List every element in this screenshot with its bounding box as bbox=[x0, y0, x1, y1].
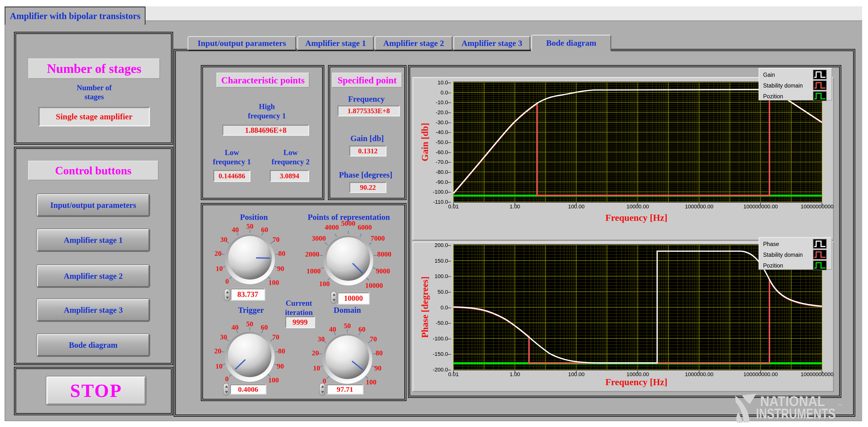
svg-text:4000: 4000 bbox=[324, 223, 339, 231]
svg-text:Frequency [Hz]: Frequency [Hz] bbox=[605, 213, 668, 223]
svg-text:100: 100 bbox=[319, 280, 330, 287]
svg-text:-70.0–: -70.0– bbox=[436, 159, 451, 165]
svg-text:100.00: 100.00 bbox=[568, 371, 585, 377]
svg-text:100: 100 bbox=[268, 376, 279, 384]
svg-text:90: 90 bbox=[277, 265, 284, 272]
svg-text:-20.0–: -20.0– bbox=[436, 109, 451, 116]
svg-text:10: 10 bbox=[215, 362, 223, 370]
svg-text:-100.0–: -100.0– bbox=[433, 189, 451, 195]
svg-text:-60.0–: -60.0– bbox=[436, 149, 451, 155]
svg-text:60: 60 bbox=[261, 226, 268, 234]
svg-text:100000000.00: 100000000.00 bbox=[743, 204, 778, 210]
svg-text:10000: 10000 bbox=[365, 281, 383, 289]
svg-text:-90.0–: -90.0– bbox=[436, 179, 451, 185]
svg-text:5000: 5000 bbox=[341, 219, 355, 227]
svg-text:60: 60 bbox=[261, 323, 268, 331]
svg-text:100: 100 bbox=[269, 279, 279, 286]
svg-text:100: 100 bbox=[366, 378, 377, 386]
svg-text:50: 50 bbox=[344, 322, 351, 330]
svg-text:™: ™ bbox=[837, 403, 842, 408]
svg-text:Gain: Gain bbox=[763, 72, 775, 78]
svg-text:20: 20 bbox=[214, 347, 221, 355]
svg-text:3000: 3000 bbox=[312, 234, 326, 242]
svg-text:1000000.00: 1000000.00 bbox=[685, 371, 713, 377]
svg-text:2000: 2000 bbox=[305, 250, 319, 258]
svg-text:10: 10 bbox=[313, 364, 320, 372]
svg-text:10.0–: 10.0– bbox=[438, 80, 451, 86]
svg-text:-30.0–: -30.0– bbox=[436, 119, 451, 125]
svg-text:40: 40 bbox=[231, 323, 239, 331]
svg-text:Phase: Phase bbox=[763, 241, 779, 247]
svg-text:-10.0–: -10.0– bbox=[436, 99, 451, 105]
svg-text:60: 60 bbox=[358, 325, 365, 333]
svg-text:Frequency [Hz]: Frequency [Hz] bbox=[605, 377, 668, 387]
svg-text:70: 70 bbox=[370, 335, 377, 343]
svg-text:Pozition: Pozition bbox=[763, 93, 783, 99]
svg-text:80: 80 bbox=[278, 249, 285, 257]
svg-text:0.01: 0.01 bbox=[448, 371, 459, 377]
svg-text:INSTRUMENTS: INSTRUMENTS bbox=[756, 405, 835, 422]
svg-text:10: 10 bbox=[216, 265, 223, 272]
svg-text:0.0–: 0.0– bbox=[440, 304, 451, 311]
svg-text:100.0–: 100.0– bbox=[435, 273, 451, 279]
svg-text:40: 40 bbox=[329, 325, 336, 333]
svg-text:Stability domain: Stability domain bbox=[763, 252, 803, 258]
svg-text:9000: 9000 bbox=[376, 267, 390, 275]
svg-text:30: 30 bbox=[220, 236, 227, 243]
svg-text:-40.0–: -40.0– bbox=[436, 129, 451, 135]
svg-text:Pozition: Pozition bbox=[763, 263, 783, 269]
svg-text:20: 20 bbox=[312, 349, 319, 357]
svg-text:1.00: 1.00 bbox=[510, 204, 520, 210]
svg-text:6000: 6000 bbox=[358, 223, 372, 231]
svg-text:0: 0 bbox=[225, 277, 229, 285]
svg-text:10000.00: 10000.00 bbox=[627, 371, 649, 377]
svg-text:40: 40 bbox=[232, 226, 239, 234]
svg-text:1.00: 1.00 bbox=[510, 371, 520, 377]
svg-text:Phase [degrees]: Phase [degrees] bbox=[420, 276, 430, 338]
svg-text:70: 70 bbox=[272, 333, 279, 341]
svg-text:100000000.00: 100000000.00 bbox=[743, 371, 778, 377]
svg-text:200.0–: 200.0– bbox=[435, 242, 451, 248]
svg-text:80: 80 bbox=[278, 347, 285, 355]
svg-text:30: 30 bbox=[318, 335, 325, 343]
svg-text:150.0–: 150.0– bbox=[435, 258, 451, 264]
svg-text:-50.0–: -50.0– bbox=[436, 320, 451, 326]
svg-text:-50.0–: -50.0– bbox=[436, 139, 451, 145]
svg-text:50.0–: 50.0– bbox=[438, 289, 451, 295]
svg-text:-100.0–: -100.0– bbox=[433, 336, 451, 342]
svg-text:30: 30 bbox=[220, 333, 227, 341]
svg-text:50: 50 bbox=[247, 222, 254, 230]
svg-text:10000000000: 10000000000 bbox=[801, 371, 834, 377]
svg-text:10000000000: 10000000000 bbox=[801, 204, 834, 210]
svg-text:20: 20 bbox=[215, 249, 222, 257]
svg-text:80: 80 bbox=[376, 349, 383, 357]
svg-text:0: 0 bbox=[225, 375, 229, 383]
svg-text:7000: 7000 bbox=[371, 234, 385, 242]
svg-text:90: 90 bbox=[277, 362, 284, 370]
svg-text:-80.0–: -80.0– bbox=[436, 169, 451, 175]
svg-text:10000.00: 10000.00 bbox=[627, 204, 649, 210]
svg-text:0.0–: 0.0– bbox=[440, 90, 451, 96]
svg-text:Gain [db]: Gain [db] bbox=[420, 123, 430, 161]
svg-text:90: 90 bbox=[374, 364, 381, 372]
svg-text:Stability domain: Stability domain bbox=[763, 83, 803, 89]
svg-text:8000: 8000 bbox=[377, 250, 391, 258]
svg-text:1000: 1000 bbox=[306, 267, 321, 275]
svg-text:100.00: 100.00 bbox=[568, 204, 585, 210]
svg-text:1000000.00: 1000000.00 bbox=[685, 204, 713, 210]
svg-text:0.01: 0.01 bbox=[448, 204, 459, 210]
svg-text:70: 70 bbox=[273, 236, 280, 243]
svg-text:-150.0–: -150.0– bbox=[433, 351, 451, 357]
svg-text:50: 50 bbox=[246, 320, 253, 328]
